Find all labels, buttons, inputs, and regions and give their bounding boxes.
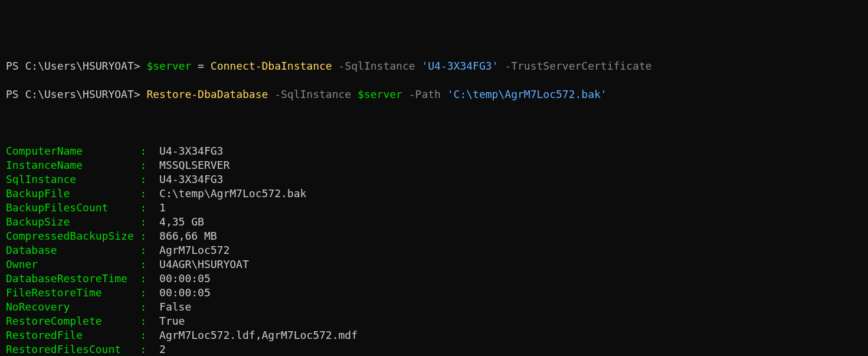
blank-line	[6, 116, 862, 130]
property-value: 1	[159, 201, 166, 215]
colon-separator: :	[140, 215, 160, 229]
property-value: AgrM7Loc572	[159, 243, 230, 257]
variable: $server	[358, 88, 402, 100]
property-name: CompressedBackupSize	[6, 229, 140, 243]
string-literal: 'U4-3X34FG3'	[421, 60, 498, 72]
variable: $server	[146, 60, 191, 72]
colon-separator: :	[140, 187, 160, 201]
colon-separator: :	[140, 144, 160, 158]
property-value: U4-3X34FG3	[159, 144, 223, 158]
property-name: DatabaseRestoreTime	[6, 272, 140, 286]
property-name: FileRestoreTime	[6, 286, 140, 300]
colon-separator: :	[140, 257, 160, 272]
output-row: InstanceName : MSSQLSERVER	[6, 158, 862, 172]
output-row: BackupFile : C:\temp\AgrM7Loc572.bak	[6, 187, 862, 201]
property-name: RestoredFile	[6, 328, 140, 342]
command-line-2: PS C:\Users\HSURYOAT> Restore-DbaDatabas…	[6, 87, 862, 102]
param: -SqlInstance	[332, 60, 422, 72]
param: -Path	[402, 88, 447, 100]
property-name: BackupSize	[6, 215, 140, 229]
property-value: 00:00:05	[159, 272, 211, 286]
property-value: False	[159, 300, 191, 314]
colon-separator: :	[140, 158, 160, 172]
command-line-1: PS C:\Users\HSURYOAT> $server = Connect-…	[6, 59, 862, 73]
property-name: BackupFilesCount	[6, 201, 140, 215]
ps-prompt: PS C:\Users\HSURYOAT>	[6, 60, 146, 72]
colon-separator: :	[140, 328, 160, 342]
colon-separator: :	[140, 201, 160, 215]
property-name: RestoredFilesCount	[6, 342, 140, 356]
output-row: RestoredFilesCount : 2	[6, 342, 862, 356]
property-name: Owner	[6, 257, 140, 272]
output-row: Database : AgrM7Loc572	[6, 243, 862, 257]
property-value: U4AGR\HSURYOAT	[159, 257, 249, 272]
output-row: FileRestoreTime : 00:00:05	[6, 286, 862, 300]
output-row: Owner : U4AGR\HSURYOAT	[6, 257, 862, 272]
output-object: ComputerName : U4-3X34FG3InstanceName : …	[6, 144, 862, 356]
property-name: BackupFile	[6, 187, 140, 201]
property-value: MSSQLSERVER	[159, 158, 230, 172]
property-name: SqlInstance	[6, 172, 140, 187]
output-row: RestoredFile : AgrM7Loc572.ldf,AgrM7Loc5…	[6, 328, 862, 342]
output-row: NoRecovery : False	[6, 300, 862, 314]
property-name: ComputerName	[6, 144, 140, 158]
ps-prompt: PS C:\Users\HSURYOAT>	[6, 88, 146, 100]
property-value: 866,66 MB	[159, 229, 217, 243]
cmdlet: Restore-DbaDatabase	[146, 88, 268, 100]
output-row: DatabaseRestoreTime : 00:00:05	[6, 272, 862, 286]
property-value: AgrM7Loc572.ldf,AgrM7Loc572.mdf	[159, 328, 358, 342]
output-row: BackupSize : 4,35 GB	[6, 215, 862, 229]
colon-separator: :	[140, 286, 160, 300]
assign-op: =	[191, 60, 211, 72]
property-value: C:\temp\AgrM7Loc572.bak	[159, 187, 306, 201]
colon-separator: :	[140, 272, 160, 286]
output-row: SqlInstance : U4-3X34FG3	[6, 172, 862, 187]
property-value: 4,35 GB	[159, 215, 204, 229]
output-row: BackupFilesCount : 1	[6, 201, 862, 215]
property-value: 2	[159, 342, 166, 356]
cmdlet: Connect-DbaInstance	[211, 60, 332, 72]
property-value: U4-3X34FG3	[159, 172, 223, 187]
colon-separator: :	[140, 314, 160, 328]
colon-separator: :	[140, 229, 160, 243]
param: -TrustServerCertificate	[498, 60, 651, 72]
output-row: CompressedBackupSize : 866,66 MB	[6, 229, 862, 243]
property-name: RestoreComplete	[6, 314, 140, 328]
string-literal: 'C:\temp\AgrM7Loc572.bak'	[447, 88, 607, 100]
property-name: InstanceName	[6, 158, 140, 172]
colon-separator: :	[140, 172, 160, 187]
output-row: ComputerName : U4-3X34FG3	[6, 144, 862, 158]
output-row: RestoreComplete : True	[6, 314, 862, 328]
colon-separator: :	[140, 300, 160, 314]
property-name: NoRecovery	[6, 300, 140, 314]
property-name: Database	[6, 243, 140, 257]
colon-separator: :	[140, 342, 160, 356]
property-value: True	[159, 314, 185, 328]
property-value: 00:00:05	[159, 286, 211, 300]
param: -SqlInstance	[268, 88, 358, 100]
colon-separator: :	[140, 243, 160, 257]
